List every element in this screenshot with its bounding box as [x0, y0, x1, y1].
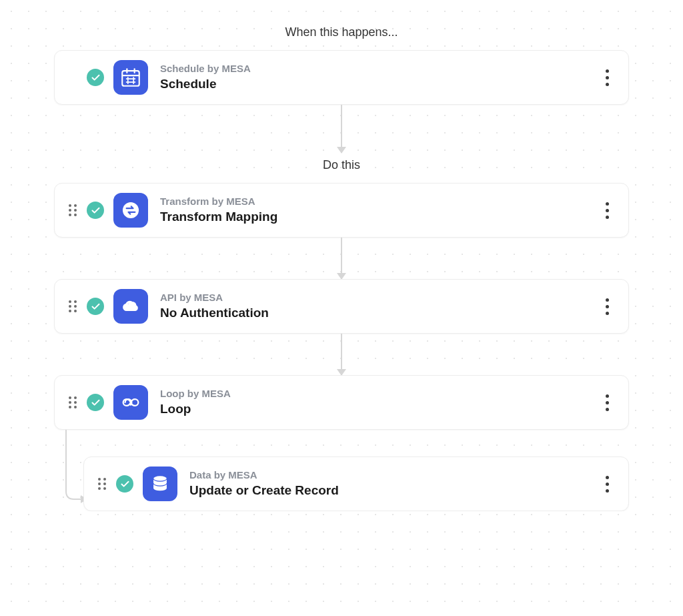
status-check-icon — [87, 394, 104, 411]
status-check-icon — [87, 69, 104, 86]
drag-handle-icon[interactable] — [67, 396, 79, 408]
step-subtitle: Transform by MESA — [160, 195, 598, 208]
status-check-icon — [87, 202, 104, 219]
status-check-icon — [116, 475, 133, 493]
trigger-section-label: When this happens... — [285, 25, 398, 39]
step-text: Transform by MESA Transform Mapping — [160, 195, 598, 226]
step-menu-button[interactable] — [598, 472, 616, 496]
step-subtitle: Data by MESA — [189, 469, 598, 482]
step-text: Schedule by MESA Schedule — [160, 62, 598, 93]
drag-handle-icon[interactable] — [67, 204, 79, 216]
calendar-icon — [113, 60, 148, 95]
step-card-api[interactable]: API by MESA No Authentication — [54, 279, 629, 334]
step-subtitle: API by MESA — [160, 291, 598, 304]
svg-point-8 — [123, 202, 139, 218]
status-check-icon — [87, 298, 104, 315]
step-text: Loop by MESA Loop — [160, 387, 598, 418]
step-title: Transform Mapping — [160, 209, 598, 226]
step-subtitle: Loop by MESA — [160, 387, 598, 400]
step-card-loop[interactable]: Loop by MESA Loop — [54, 375, 629, 430]
step-subtitle: Schedule by MESA — [160, 62, 598, 75]
step-title: Update or Create Record — [189, 483, 598, 499]
drag-handle-icon[interactable] — [67, 300, 79, 312]
step-menu-button[interactable] — [598, 198, 616, 222]
step-card-data[interactable]: Data by MESA Update or Create Record — [83, 456, 629, 511]
drag-handle-icon[interactable] — [96, 478, 108, 490]
loop-infinity-icon — [113, 385, 148, 420]
step-text: Data by MESA Update or Create Record — [189, 469, 598, 499]
connector-arrow — [54, 105, 629, 153]
step-menu-button[interactable] — [598, 294, 616, 318]
step-title: No Authentication — [160, 305, 598, 322]
connector-arrow — [54, 238, 629, 279]
workflow-canvas: When this happens... Schedule by MESA Sc… — [0, 0, 683, 511]
step-menu-button[interactable] — [598, 390, 616, 414]
step-title: Schedule — [160, 76, 598, 93]
transform-icon — [113, 193, 148, 228]
step-card-transform[interactable]: Transform by MESA Transform Mapping — [54, 183, 629, 238]
connector-arrow — [54, 334, 629, 375]
nested-step-row: Data by MESA Update or Create Record — [54, 456, 629, 511]
database-icon — [143, 467, 177, 501]
step-card-schedule[interactable]: Schedule by MESA Schedule — [54, 50, 629, 105]
step-title: Loop — [160, 401, 598, 418]
cloud-api-icon — [113, 289, 148, 324]
step-menu-button[interactable] — [598, 65, 616, 89]
actions-section-label: Do this — [323, 158, 360, 172]
step-text: API by MESA No Authentication — [160, 291, 598, 322]
